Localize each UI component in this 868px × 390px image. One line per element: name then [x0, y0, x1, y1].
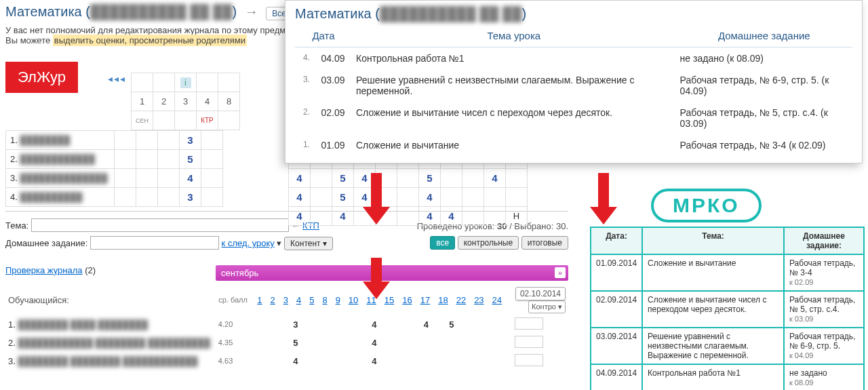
col-date: Дата — [295, 24, 352, 47]
filter-control-button[interactable]: контрольные — [458, 236, 519, 250]
filter-all-button[interactable]: все — [430, 236, 455, 250]
day-col[interactable]: 8 — [218, 92, 240, 111]
lesson-row[interactable]: 3.03.09Решение уравнений с неизвестными … — [295, 69, 852, 102]
content-button[interactable]: Контент ▾ — [284, 237, 333, 250]
filter-final-button[interactable]: итоговые — [521, 236, 568, 250]
mrko-col-topic: Тема: — [642, 227, 784, 254]
student-row[interactable]: 4. ██████████3 — [6, 188, 223, 207]
journal-check-link[interactable]: Проверка журнала — [5, 265, 83, 275]
pager-prev-icon[interactable]: ◂◂◂ — [108, 73, 126, 84]
lesson-row[interactable]: 2.02.09Сложение и вычитание чисел с пере… — [295, 102, 852, 134]
homework-label: Домашнее задание: — [5, 238, 87, 248]
teacher-name: ██████████ ██ ██ — [90, 4, 233, 19]
avg-col-header: ср. балл — [216, 285, 250, 315]
month-bar: сентябрь » — [216, 265, 568, 281]
grade-input[interactable] — [515, 317, 543, 330]
type-select[interactable]: Контро ▾ — [528, 300, 566, 313]
topic-label: Тема: — [5, 220, 28, 231]
eljur-logo: ЭлЖур — [5, 62, 78, 93]
arrow-down-icon — [363, 173, 390, 227]
mrko-row[interactable]: 02.09.2014Сложение и вычитание чисел с п… — [591, 291, 864, 328]
lesson-topics-panel: Математика (██████████ ██ ██) Дата Тема … — [285, 0, 863, 163]
col-homework: Домашнее задание — [676, 24, 852, 47]
student-row[interactable]: 2. ████████████ ████████ ██████████ 4.35… — [5, 334, 568, 352]
journal-check-count: (2) — [85, 265, 96, 275]
col-topic: Тема урока — [352, 24, 676, 47]
next-lesson-link[interactable]: к след. уроку — [222, 238, 275, 248]
student-row[interactable]: 3. ████████ ████████ ████████████ 4.63 4… — [5, 352, 568, 370]
lesson-row[interactable]: 1.01.09Сложение и вычитаниеРабочая тетра… — [295, 134, 852, 156]
student-row[interactable]: 2. ████████████5 — [6, 150, 223, 169]
mrko-col-date: Дата: — [591, 227, 642, 254]
grade-input[interactable] — [515, 354, 543, 366]
mrko-row[interactable]: 03.09.2014Решение уравнений с неизвестны… — [591, 328, 864, 364]
month-next-icon[interactable]: » — [555, 267, 566, 278]
student-col-header: Обучающийся: — [5, 285, 216, 315]
student-row[interactable]: 1. ████████3 — [6, 131, 223, 150]
student-row[interactable]: 1. ████████ ████ ████████ 4.20 3445 — [5, 315, 568, 334]
student-row[interactable]: 3. ██████████████4 — [6, 169, 223, 188]
mrko-row[interactable]: 01.09.2014Сложение и вычитаниеРабочая те… — [591, 254, 864, 291]
date-picker[interactable]: 02.10.2014 — [515, 287, 566, 300]
mrko-logo: МРКО — [651, 189, 762, 222]
homework-input[interactable] — [90, 236, 219, 250]
grade-input[interactable] — [515, 336, 543, 348]
topic-input[interactable] — [31, 218, 289, 232]
arrow-right-icon: → — [245, 4, 258, 19]
day-col[interactable]: 1 — [132, 92, 153, 111]
mrko-row[interactable]: 04.09.2014Контрольная работа №1не задано… — [591, 364, 864, 390]
lesson-row[interactable]: 4.04.09Контрольная работа №1не задано (к… — [295, 47, 852, 70]
day-col[interactable]: 4 — [197, 92, 218, 111]
day-col[interactable]: 3 — [175, 92, 197, 111]
mrko-table: Дата: Тема: Домашнее задание: 01.09.2014… — [590, 227, 865, 390]
day-col[interactable]: 2 — [153, 92, 175, 111]
arrow-down-icon — [363, 258, 390, 312]
mrko-col-hw: Домашнее задание: — [784, 227, 864, 254]
